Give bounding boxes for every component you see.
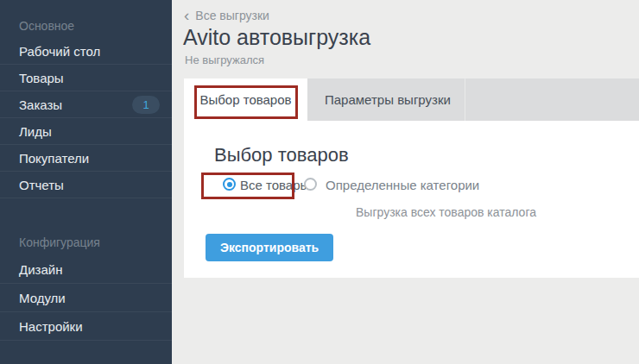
sidebar-item-customers[interactable]: Покупатели <box>0 145 172 172</box>
sidebar-item-modules[interactable]: Модули <box>0 284 172 312</box>
back-link-label: Все выгрузки <box>195 9 269 22</box>
sidebar-item-leads[interactable]: Лиды <box>0 118 172 145</box>
sidebar-item-label: Лиды <box>19 124 52 139</box>
radio-specific-categories[interactable] <box>304 178 317 191</box>
tab-content-panel: Выбор товаров Все товары Определенные ка… <box>184 121 639 278</box>
sidebar-item-label: Рабочий стол <box>19 44 100 59</box>
tab-bar: Выбор товаров Параметры выгрузки <box>184 78 639 121</box>
radio-specific-categories-label[interactable]: Определенные категории <box>326 178 479 192</box>
sidebar-item-label: Настройки <box>19 319 83 334</box>
orders-count-badge: 1 <box>132 96 160 114</box>
tab-product-selection[interactable]: Выбор товаров <box>184 78 307 121</box>
sidebar-item-label: Заказы <box>19 97 62 112</box>
back-chevron-icon: ‹ <box>184 9 189 22</box>
radio-all-products[interactable] <box>223 178 236 191</box>
sidebar-group-configuration: Дизайн Модули Настройки <box>0 255 172 341</box>
sidebar-item-orders[interactable]: Заказы 1 <box>0 91 172 118</box>
sidebar-item-label: Дизайн <box>19 262 62 277</box>
radio-description-text: Выгрузка всех товаров каталога <box>356 205 536 219</box>
sidebar-item-design[interactable]: Дизайн <box>0 255 172 284</box>
section-heading: Выбор товаров <box>214 144 349 166</box>
sidebar-item-settings[interactable]: Настройки <box>0 312 172 341</box>
sidebar-item-products[interactable]: Товары <box>0 65 172 91</box>
sidebar-item-reports[interactable]: Отчеты <box>0 172 172 198</box>
radio-all-products-label[interactable]: Все товары <box>240 178 309 192</box>
page-title: Avito автовыгрузка <box>183 25 370 50</box>
sidebar-item-label: Покупатели <box>19 151 89 166</box>
sidebar-item-label: Модули <box>19 291 66 305</box>
tab-export-parameters[interactable]: Параметры выгрузки <box>307 78 465 121</box>
sidebar-section-configuration: Конфигурация <box>19 235 100 249</box>
tab-label: Выбор товаров <box>199 92 291 107</box>
sidebar: Основное Рабочий стол Товары Заказы 1 Ли… <box>0 0 172 364</box>
sidebar-item-label: Товары <box>19 71 64 85</box>
sidebar-section-main: Основное <box>19 19 74 33</box>
sidebar-item-dashboard[interactable]: Рабочий стол <box>0 38 172 65</box>
export-button[interactable]: Экспортировать <box>206 234 333 261</box>
tab-label: Параметры выгрузки <box>325 92 451 107</box>
sidebar-item-label: Отчеты <box>19 178 64 192</box>
back-link-all-exports[interactable]: ‹ Все выгрузки <box>184 9 269 22</box>
sidebar-group-main: Рабочий стол Товары Заказы 1 Лиды Покупа… <box>0 38 172 198</box>
export-status-text: Не выгружался <box>185 53 264 66</box>
